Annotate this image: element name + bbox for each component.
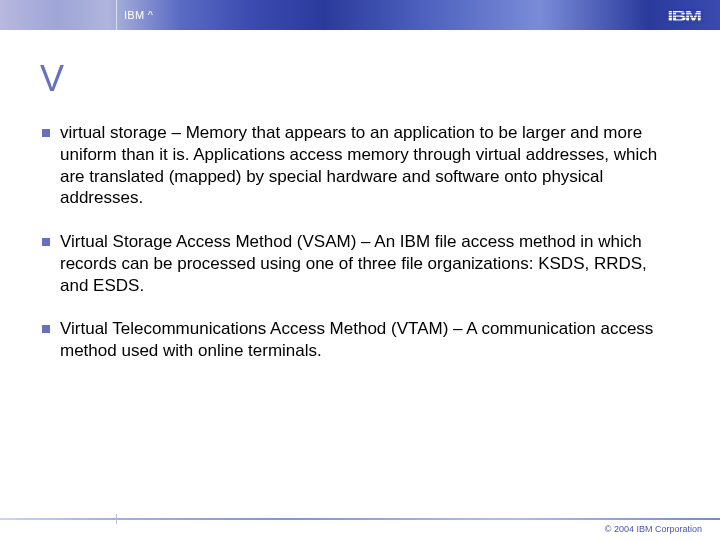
slide-title: V — [40, 58, 680, 100]
bullet-icon — [42, 325, 50, 333]
content-area: virtual storage – Memory that appears to… — [0, 104, 720, 512]
bullet-text: Virtual Storage Access Method (VSAM) – A… — [60, 231, 670, 296]
list-item: Virtual Telecommunications Access Method… — [42, 318, 678, 362]
slide-footer: © 2004 IBM Corporation — [0, 512, 720, 540]
bullet-icon — [42, 129, 50, 137]
header-brand-label: IBM ^ — [124, 9, 153, 21]
slide-header: IBM ^ IBM — [0, 0, 720, 30]
ibm-logo-icon: IBM — [667, 7, 700, 24]
copyright-text: © 2004 IBM Corporation — [605, 524, 702, 534]
footer-stripe — [0, 518, 720, 520]
title-area: V — [0, 30, 720, 104]
bullet-icon — [42, 238, 50, 246]
list-item: Virtual Storage Access Method (VSAM) – A… — [42, 231, 678, 296]
list-item: virtual storage – Memory that appears to… — [42, 122, 678, 209]
bullet-text: virtual storage – Memory that appears to… — [60, 122, 670, 209]
bullet-text: Virtual Telecommunications Access Method… — [60, 318, 670, 362]
slide: IBM ^ IBM V virtual storage – Memory tha… — [0, 0, 720, 540]
